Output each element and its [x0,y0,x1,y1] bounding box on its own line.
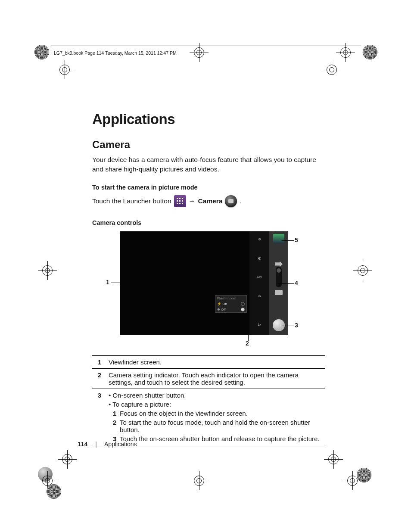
viewfinder [120,231,249,335]
popup-row-on: ⚡ On [215,301,246,307]
row-content: On-screen shutter button. To capture a p… [109,389,325,447]
section-title: Camera [92,139,325,151]
cw-indicator: CW [255,275,263,278]
gallery-thumbnail [273,234,284,243]
camera-label: Camera [198,197,223,205]
settings-gear-icon: ⚙ [255,237,263,241]
leader-4 [278,283,294,284]
video-mode-icon [275,261,283,267]
mode-slider [276,267,282,287]
callout-3: 3 [295,322,298,329]
controls-table: 1 Viewfinder screen. 2 Camera setting in… [92,355,325,447]
camera-app-icon [225,195,237,207]
registration-mark [58,450,77,469]
right-controls [269,231,288,335]
row-number: 1 [92,355,109,368]
svg-rect-1 [179,198,181,199]
svg-rect-8 [182,203,183,204]
page-footer: 114 | Applications [78,441,137,448]
popup-row-off: ⊘ Off [215,307,246,312]
leader-2 [248,335,249,341]
intro-paragraph: Your device has a camera with auto-focus… [92,155,325,174]
svg-rect-2 [182,198,183,199]
running-header: LG7_bk0.book Page 114 Tuesday, March 15,… [54,50,177,56]
header-rule [51,46,361,47]
registration-mark [353,261,372,280]
print-orb [363,45,377,59]
print-orb [47,484,61,499]
callout-4: 4 [295,280,298,286]
launcher-icon [174,195,186,207]
zoom-indicator: 1x [255,323,263,327]
row-text: Camera setting indicator. Touch each ind… [109,368,325,389]
row-number: 3 [92,389,109,447]
arrow-icon: → [189,197,196,205]
svg-rect-7 [179,203,181,204]
svg-rect-6 [177,203,178,204]
bullet: To capture a picture: [109,401,323,408]
launch-instruction: Touch the Launcher button → Camera . [92,195,325,207]
page: LG7_bk0.book Page 114 Tuesday, March 15,… [0,0,411,532]
step: 2To start the auto focus mode, touch and… [113,419,323,433]
svg-rect-5 [182,200,183,202]
step: 1Focus on the object in the viewfinder s… [113,410,323,417]
popup-title: Flash mode [215,296,246,301]
subheading-start: To start the camera in picture mode [92,184,325,191]
whitebalance-icon: ◐ [255,256,263,260]
content-area: Applications Camera Your device has a ca… [92,111,325,447]
step: 3Touch the on-screen shutter button and … [113,435,323,442]
leader-3 [282,326,294,326]
leader-5 [282,240,294,241]
table-row: 3 On-screen shutter button. To capture a… [92,389,325,447]
settings-sidebar: ⚙ ◐ CW ⊘ 1x [249,231,269,335]
print-orb [34,45,49,59]
print-orb [357,468,371,482]
flash-indicator-icon: ⊘ [255,294,263,298]
svg-rect-3 [177,200,178,202]
svg-rect-4 [179,200,181,202]
footer-separator: | [95,441,97,448]
leader-1 [111,283,121,283]
table-row: 1 Viewfinder screen. [92,355,325,368]
flash-popup: Flash mode ⚡ On ⊘ Off [215,295,247,313]
table-row: 2 Camera setting indicator. Touch each i… [92,368,325,389]
launch-prefix: Touch the Launcher button [92,197,171,205]
registration-mark [190,471,209,490]
device-frame: ⚙ ◐ CW ⊘ 1x Flash mode ⚡ On [120,231,288,335]
photo-mode-icon [275,290,283,295]
chapter-title: Applications [92,111,325,128]
callout-1: 1 [106,279,109,286]
bullet: On-screen shutter button. [109,392,323,399]
camera-figure: ⚙ ◐ CW ⊘ 1x Flash mode ⚡ On [92,231,325,348]
callout-5: 5 [295,236,298,243]
registration-mark [38,261,57,280]
callout-2: 2 [246,340,249,347]
row-number: 2 [92,368,109,389]
registration-mark [55,60,74,79]
row-text: Viewfinder screen. [109,355,325,368]
registration-mark [324,450,343,469]
svg-rect-0 [177,198,178,199]
subheading-controls: Camera controls [92,219,325,226]
shutter-button [273,319,285,331]
footer-section: Applications [104,441,137,448]
launch-suffix: . [240,197,241,205]
page-number: 114 [78,441,87,448]
registration-mark [322,60,341,79]
